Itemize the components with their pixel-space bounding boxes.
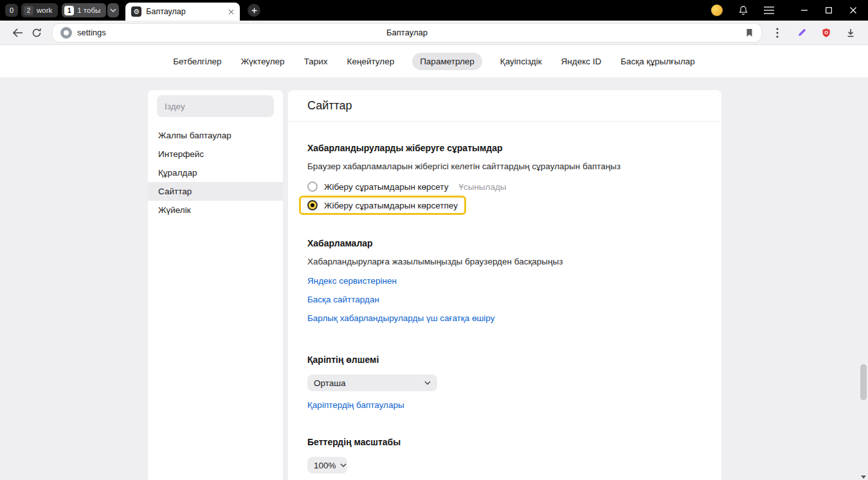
nav-tab-yandex-id[interactable]: Яндекс ID (560, 53, 603, 70)
push-requests-section-title: Хабарландыруларды жіберуге сұратымдар (307, 143, 702, 153)
notifications-description: Хабарландыруларға жазылымыңызды браузерд… (307, 257, 702, 266)
protect-shield-button[interactable] (817, 23, 836, 42)
page-title: Баптаулар (386, 28, 428, 37)
maximize-button[interactable] (817, 0, 841, 21)
scrollbar-down-arrow[interactable] (861, 475, 866, 479)
plus-icon (251, 8, 257, 14)
tab-group-expand-button[interactable] (107, 3, 119, 17)
active-tab-settings[interactable]: ⚙ Баптаулар (125, 3, 240, 21)
settings-main-panel: Сайттар Хабарландыруларды жіберуге сұрат… (288, 90, 721, 480)
settings-gear-icon: ⚙ (131, 6, 141, 17)
minimize-icon (801, 10, 808, 11)
push-requests-description: Браузер хабарламаларын жібергісі келетін… (307, 162, 702, 171)
nav-tab-bookmarks[interactable]: Бетбелгілер (172, 53, 222, 70)
chevron-down-icon (110, 8, 116, 12)
profile-avatar[interactable] (711, 5, 723, 16)
back-arrow-icon (12, 28, 23, 37)
nav-tab-history[interactable]: Тарих (303, 53, 329, 70)
notifications-links: Яндекс сервистерінен Басқа сайттардан Ба… (307, 272, 702, 328)
menu-hamburger-icon[interactable] (764, 6, 774, 14)
window-controls (792, 0, 865, 21)
maximize-icon (826, 7, 832, 14)
notifications-section-title: Хабарламалар (307, 238, 702, 248)
titlebar: 0 2 work 1 1 тобы ⚙ Баптаулар (0, 0, 868, 21)
tab-count-badge: 1 (64, 6, 74, 15)
page-scale-section-title: Беттердің масштабы (307, 437, 702, 447)
link-other-sites[interactable]: Басқа сайттардан (307, 290, 379, 309)
toolbar-more-button[interactable] (768, 23, 787, 42)
tab-group-current-label: 1 тобы (77, 6, 100, 14)
pencil-icon (797, 28, 807, 38)
sidebar-item-interface[interactable]: Интерфейс (148, 145, 283, 163)
nav-tab-security[interactable]: Қауіпсіздік (499, 53, 543, 70)
close-window-button[interactable] (841, 0, 865, 21)
nav-tab-extensions[interactable]: Кеңейтулер (346, 53, 396, 70)
download-icon (845, 28, 856, 38)
page-heading: Сайттар (307, 90, 702, 113)
chevron-down-icon (424, 381, 431, 385)
sidebar-item-system[interactable]: Жүйелік (148, 201, 283, 219)
edit-pencil-button[interactable] (792, 23, 811, 42)
nav-tab-other-devices[interactable]: Басқа құрылғылар (619, 53, 696, 70)
link-yandex-services[interactable]: Яндекс сервистерінен (307, 272, 397, 290)
heading-divider (288, 121, 721, 122)
link-mute-all-notifications[interactable]: Барлық хабарландыруларды үш сағатқа өшір… (307, 309, 494, 328)
page-zoom-value: 100% (314, 461, 336, 470)
reload-button[interactable] (27, 23, 46, 42)
bookmark-flag-icon (745, 28, 754, 37)
radio-show-requests[interactable]: Жіберу сұратымдарын көрсету Ұсынылады (307, 181, 702, 192)
page-zoom-select[interactable]: 100% (307, 457, 347, 474)
minimize-button[interactable] (792, 0, 817, 21)
sidebar-item-sites[interactable]: Сайттар (148, 182, 283, 201)
highlight-annotation: Жіберу сұратымдарын көрсетпеу (299, 196, 466, 215)
tab-group-work[interactable]: 2 work (21, 3, 58, 17)
gear-glyph: ⚙ (133, 8, 140, 15)
nav-tab-downloads[interactable]: Жүктеулер (240, 53, 286, 70)
radio-selected-icon[interactable] (307, 200, 318, 210)
address-bar[interactable]: settings Баптаулар (53, 24, 761, 42)
bookmark-button[interactable] (745, 28, 754, 37)
link-font-settings[interactable]: Қаріптердің баптаулары (307, 400, 404, 410)
tab-group-work-label: work (37, 6, 52, 14)
font-size-value: Орташа (314, 378, 346, 388)
sidebar-item-tools[interactable]: Құралдар (148, 163, 283, 182)
radio-hide-requests-label: Жіберу сұратымдарын көрсетпеу (324, 201, 458, 210)
reload-icon (32, 28, 42, 38)
close-icon (850, 7, 856, 14)
sidebar-item-general[interactable]: Жалпы баптаулар (148, 126, 283, 145)
shield-icon (821, 28, 831, 38)
tab-title: Баптаулар (146, 7, 224, 16)
titlebar-right-cluster (711, 0, 868, 21)
radio-hide-requests[interactable]: Жіберу сұратымдарын көрсетпеу (307, 200, 458, 210)
tab-group-current[interactable]: 1 1 тобы (62, 3, 106, 17)
settings-sidebar: Жалпы баптаулар Интерфейс Құралдар Сайтт… (148, 90, 283, 480)
nav-tab-settings[interactable]: Параметрлер (412, 53, 482, 70)
search-box (157, 95, 274, 117)
new-tab-button[interactable] (248, 4, 260, 17)
downloads-button[interactable] (841, 23, 860, 42)
tab-counter-zero[interactable]: 0 (5, 4, 18, 17)
tab-close-icon[interactable] (228, 9, 234, 15)
browser-toolbar: settings Баптаулар (0, 21, 868, 45)
dots-vertical-icon (776, 28, 779, 38)
settings-page: Бетбелгілер Жүктеулер Тарих Кеңейтулер П… (0, 45, 868, 480)
tab-count-badge: 2 (24, 6, 33, 15)
chevron-down-icon (340, 463, 347, 467)
radio-unselected-icon[interactable] (307, 181, 318, 192)
search-input[interactable] (157, 102, 274, 111)
back-button[interactable] (8, 23, 27, 42)
url-text[interactable]: settings (77, 28, 106, 37)
radio-show-requests-label: Жіберу сұратымдарын көрсету (324, 182, 448, 192)
font-size-section-title: Қаріптің өлшемі (307, 355, 702, 365)
settings-nav: Бетбелгілер Жүктеулер Тарих Кеңейтулер П… (0, 45, 868, 77)
font-size-select[interactable]: Орташа (307, 374, 437, 391)
recommended-hint: Ұсынылады (458, 182, 506, 192)
notifications-bell-icon[interactable] (738, 5, 748, 15)
scrollbar-thumb[interactable] (860, 364, 867, 400)
site-favicon (60, 27, 72, 39)
